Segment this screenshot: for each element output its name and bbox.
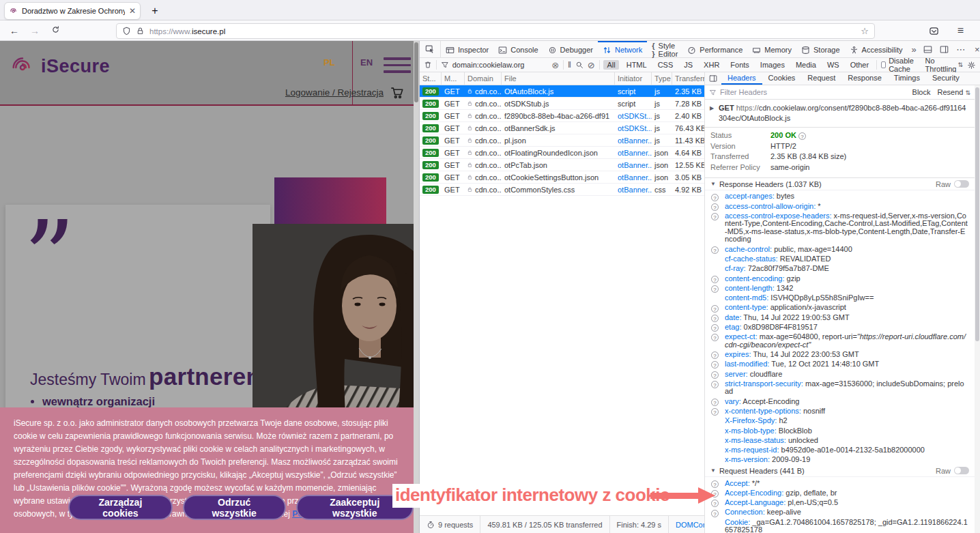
column-header-initiator[interactable]: Initiator (615, 72, 652, 85)
filter-type-ws[interactable]: WS (824, 60, 843, 70)
search-icon[interactable] (575, 61, 583, 69)
gear-icon[interactable] (967, 61, 976, 70)
more-options-icon[interactable]: ⋯ (953, 42, 968, 56)
table-row[interactable]: 200GETcdn.co...otCommonStyles.cssotBanne… (420, 184, 704, 196)
request-initiator[interactable]: otSDKSt... (615, 124, 652, 132)
more-tools-icon[interactable]: » (907, 41, 920, 57)
header-row[interactable]: x-ms-lease-status: unlocked (705, 435, 975, 445)
close-icon[interactable]: × (970, 42, 980, 56)
reject-all-button[interactable]: Odrzuć wszystkie (183, 495, 286, 520)
request-headers-section[interactable]: ▼ Request Headers (441 B) Raw (705, 465, 975, 477)
table-row[interactable]: 200GETcdn.co...OtAutoBlock.jsscriptjs2.3… (420, 85, 704, 98)
header-row[interactable]: ?content-type: application/x-javascript (705, 303, 975, 313)
raw-toggle-response[interactable]: Raw (936, 180, 969, 188)
filter-type-css[interactable]: CSS (654, 60, 677, 70)
block-request-icon[interactable]: ⊘ (588, 61, 595, 70)
header-row[interactable]: ?content-length: 1342 (705, 283, 975, 293)
reload-button[interactable] (48, 23, 63, 38)
request-filter-input[interactable]: domain:cookielaw.org (441, 61, 548, 69)
lock-icon[interactable] (136, 27, 145, 35)
devtool-tab-storage[interactable]: Storage (796, 41, 845, 57)
header-row[interactable]: ?Accept-Language: pl,en-US;q=0.5 (705, 498, 975, 508)
devtool-tab-performance[interactable]: Performance (682, 41, 747, 57)
header-row[interactable]: ?date: Thu, 14 Jul 2022 19:00:53 GMT (705, 313, 975, 322)
page-scrollbar[interactable] (414, 41, 419, 533)
tab-close-icon[interactable]: ✕ (129, 6, 136, 16)
table-row[interactable]: 200GETcdn.co...otBannerSdk.jsotSDKSt...j… (420, 122, 704, 134)
pick-element-button[interactable] (420, 41, 441, 57)
site-logo[interactable]: iSecure (10, 53, 110, 79)
request-initiator[interactable]: otSDKSt... (615, 112, 652, 120)
toggle-switch[interactable] (954, 180, 969, 188)
clear-filter-icon[interactable]: ⊗ (551, 61, 559, 70)
clear-requests-icon[interactable] (424, 61, 432, 69)
detail-tab-response[interactable]: Response (841, 72, 888, 85)
filter-type-images[interactable]: Images (757, 60, 788, 70)
shield-icon[interactable] (122, 27, 131, 35)
devtool-tab-debugger[interactable]: Debugger (543, 41, 598, 57)
request-initiator[interactable]: otBanner... (615, 173, 652, 182)
help-icon[interactable]: ? (711, 285, 719, 293)
help-icon[interactable]: ? (711, 324, 719, 332)
header-row[interactable]: x-ms-blob-type: BlockBlob (705, 426, 975, 435)
help-icon[interactable]: ? (711, 305, 719, 313)
request-initiator[interactable]: otBanner... (615, 149, 652, 157)
help-icon[interactable]: ? (711, 203, 719, 211)
pause-traffic-icon[interactable]: ‖ (568, 61, 571, 69)
help-icon[interactable]: ? (711, 361, 719, 369)
header-row[interactable]: ?server: cloudflare (705, 369, 975, 379)
help-icon[interactable]: ? (711, 381, 719, 388)
header-row[interactable]: ?Accept-Encoding: gzip, deflate, br (705, 489, 975, 498)
panel-scrollbar-thumb[interactable] (975, 87, 979, 341)
toggle-switch[interactable] (954, 467, 969, 474)
help-icon[interactable]: ? (711, 276, 719, 283)
caret-down-icon[interactable]: ▼ (710, 467, 716, 474)
header-row[interactable]: ?vary: Accept-Encoding (705, 397, 975, 406)
site-menu-icon[interactable] (384, 57, 411, 73)
header-row[interactable]: ?content-encoding: gzip (705, 274, 975, 283)
help-icon[interactable]: ? (711, 510, 719, 517)
manage-cookies-button[interactable]: Zarządzaj cookies (68, 495, 173, 520)
header-row[interactable]: ?access-control-expose-headers: x-ms-req… (705, 212, 975, 245)
filter-type-other[interactable]: Other (847, 60, 873, 70)
header-row[interactable]: cf-ray: 72ac80f79f5a7b87-DME (705, 264, 975, 274)
caret-right-icon[interactable]: ▶ (710, 103, 714, 113)
browser-tab[interactable]: Doradztwo w Zakresie Ochrony Dany ✕ (4, 2, 141, 20)
help-icon[interactable]: ? (711, 213, 719, 220)
header-row[interactable]: ?last-modified: Tue, 12 Oct 2021 14:48:1… (705, 360, 975, 369)
header-row[interactable]: x-ms-request-id: b4952d0e-a01e-0014-2132… (705, 446, 975, 455)
detail-tab-security[interactable]: Security (926, 72, 966, 85)
devtool-tab-inspector[interactable]: Inspector (441, 41, 493, 57)
header-row[interactable]: ?Connection: keep-alive (705, 508, 975, 517)
request-url-line[interactable]: ▶ GET https://cdn.cookielaw.org/consent/… (705, 100, 975, 128)
devtool-tab-network[interactable]: Network (598, 41, 647, 57)
block-url-button[interactable]: Block (912, 88, 931, 96)
help-icon[interactable]: ? (711, 334, 719, 341)
request-initiator[interactable]: otBanner... (615, 161, 652, 169)
help-icon[interactable]: ? (711, 399, 719, 406)
devtool-tab-console[interactable]: Console (493, 41, 543, 57)
header-row[interactable]: ?x-content-type-options: nosniff (705, 407, 975, 416)
table-row[interactable]: 200GETcdn.co...otPcTab.jsonotBanner...js… (420, 159, 704, 171)
help-icon[interactable]: ? (711, 351, 719, 359)
help-icon[interactable]: ? (798, 132, 806, 140)
filter-type-xhr[interactable]: XHR (700, 60, 723, 70)
header-row[interactable]: ?accept-ranges: bytes (705, 192, 975, 201)
login-register-link[interactable]: Logowanie / Rejestracja (285, 87, 384, 98)
table-row[interactable]: 200GETcdn.co...otSDKStub.jsscriptjs7.28 … (420, 98, 704, 110)
column-header-m[interactable]: M... (442, 72, 465, 85)
split-console-icon[interactable] (921, 42, 936, 56)
detail-tab-headers[interactable]: Headers (721, 72, 762, 85)
request-initiator[interactable]: otBanner... (615, 186, 652, 194)
language-pl-button[interactable]: PL (323, 57, 335, 68)
detail-tab-timings[interactable]: Timings (888, 72, 926, 85)
column-header-file[interactable]: File (502, 72, 615, 85)
bookmark-star-icon[interactable]: ☆ (861, 26, 869, 36)
language-en-button[interactable]: EN (360, 57, 373, 68)
filter-type-fonts[interactable]: Fonts (727, 60, 753, 70)
detail-tab-request[interactable]: Request (801, 72, 841, 85)
resend-button[interactable]: Resend ⇅ (937, 88, 970, 96)
help-icon[interactable]: ? (711, 408, 719, 416)
forward-button[interactable]: → (27, 23, 42, 38)
table-row[interactable]: 200GETcdn.co...otCookieSettingsButton.js… (420, 171, 704, 184)
